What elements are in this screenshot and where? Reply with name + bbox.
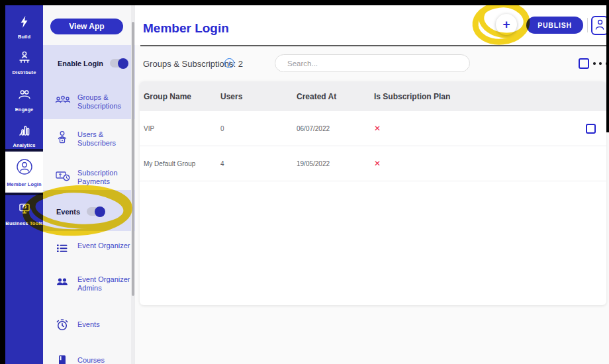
sidebar-item-label: Engage [15, 107, 34, 113]
engage-icon [17, 87, 32, 105]
lightning-icon [18, 15, 31, 32]
page-title: Member Login [143, 21, 229, 36]
cell-users: 0 [220, 125, 297, 132]
sidebar-item-courses[interactable]: Courses [55, 353, 132, 364]
enable-login-label: Enable Login [58, 60, 103, 68]
top-frame-strip [0, 0, 609, 5]
cell-group-name: My Default Group [144, 160, 220, 167]
sidebar-item-label: Member Login [7, 181, 41, 187]
user-lock-icon [55, 130, 71, 148]
business-tools-icon [17, 201, 32, 218]
sidebar-item-label: Courses [77, 353, 105, 364]
info-glyph: i [228, 60, 230, 67]
primary-sidebar: Build Distribute Engage [5, 5, 43, 364]
right-frame-strip [606, 0, 609, 132]
sidebar-item-business-tools[interactable]: Business Tools [5, 201, 43, 226]
payment-card-icon [55, 168, 71, 185]
sidebar-item-label: Subscription Payments [77, 168, 132, 186]
toggle-knob [95, 206, 105, 217]
events-toggle-row: Events [56, 207, 104, 216]
publish-label: PUBLISH [538, 21, 572, 29]
analytics-icon [17, 123, 32, 140]
info-icon[interactable]: i [224, 58, 234, 68]
sidebar-item-label: Groups & Subscriptions [77, 93, 132, 111]
sidebar-item-engage[interactable]: Engage [5, 87, 43, 113]
column-header: Created At [297, 92, 374, 101]
more-options-icon[interactable] [593, 62, 608, 66]
book-icon [55, 353, 71, 364]
sidebar-item-analytics[interactable]: Analytics [5, 123, 43, 148]
cell-users: 4 [220, 160, 297, 167]
sidebar-item-users-subscribers[interactable]: Users & Subscribers [55, 130, 132, 148]
row-checkbox[interactable] [586, 124, 596, 134]
table-header-row: Group Name Users Created At Is Subscript… [140, 81, 606, 111]
groups-icon [55, 93, 71, 110]
sidebar-item-label: Users & Subscribers [77, 130, 132, 148]
member-login-icon [15, 157, 34, 179]
header-divider [587, 18, 588, 32]
select-all-checkbox[interactable] [579, 58, 589, 69]
sidebar-scrollbar-thumb[interactable] [132, 22, 134, 296]
add-button[interactable]: + [496, 14, 517, 35]
sidebar-item-label: Event Organizer [77, 241, 130, 250]
view-app-label: View App [69, 22, 104, 31]
list-icon [55, 241, 71, 258]
people-icon [55, 275, 71, 292]
sidebar-item-label: Distribute [12, 69, 36, 75]
events-toggle[interactable] [87, 207, 104, 216]
cell-group-name: VIP [144, 125, 220, 132]
column-header: Is Subscription Plan [374, 92, 606, 101]
column-header: Users [220, 92, 297, 101]
sidebar-item-member-login[interactable]: Member Login [5, 149, 43, 195]
sidebar-item-label: Business Tools [5, 220, 42, 226]
x-mark-icon: ✕ [374, 159, 606, 168]
sidebar-item-subscription-payments[interactable]: Subscription Payments [55, 168, 132, 186]
plus-icon: + [502, 17, 510, 32]
toggle-knob [118, 58, 128, 69]
main-content: Member Login + PUBLISH Groups & Subscrip… [135, 5, 606, 364]
sidebar-item-events[interactable]: Events [55, 318, 132, 335]
enable-login-toggle[interactable] [110, 59, 127, 68]
cell-created-at: 19/05/2022 [297, 160, 374, 167]
cell-created-at: 06/07/2022 [297, 125, 374, 132]
content-divider [140, 45, 606, 46]
person-icon [594, 19, 605, 33]
sidebar-item-label: Analytics [13, 142, 35, 148]
sidebar-item-groups-subscriptions[interactable]: Groups & Subscriptions [55, 93, 132, 111]
sidebar-item-event-organizer-admins[interactable]: Event Organizer Admins [55, 275, 132, 293]
sidebar-item-label: Event Organizer Admins [77, 275, 132, 293]
sidebar-item-label: Build [18, 34, 30, 40]
view-app-button[interactable]: View App [50, 19, 123, 34]
alarm-clock-icon [55, 318, 71, 335]
left-frame-strip [0, 0, 5, 364]
table-row[interactable]: My Default Group 4 19/05/2022 ✕ [140, 146, 606, 181]
secondary-sidebar: View App Enable Login Groups & Subscript… [43, 5, 135, 364]
x-mark-icon: ✕ [374, 124, 606, 133]
table-row[interactable]: VIP 0 06/07/2022 ✕ [140, 111, 606, 146]
publish-button[interactable]: PUBLISH [526, 17, 583, 34]
events-toggle-label: Events [56, 208, 80, 216]
app-window: Build Distribute Engage [0, 0, 609, 364]
search-input[interactable] [275, 54, 470, 72]
distribute-icon [17, 50, 32, 68]
main-header: Member Login + PUBLISH [135, 5, 606, 45]
sidebar-item-label: Events [77, 318, 100, 329]
groups-table-card: Group Name Users Created At Is Subscript… [140, 81, 606, 305]
sidebar-item-build[interactable]: Build [5, 15, 43, 40]
enable-login-row: Enable Login [58, 59, 127, 68]
sidebar-item-distribute[interactable]: Distribute [5, 50, 43, 75]
sidebar-item-event-organizer[interactable]: Event Organizer [55, 241, 132, 258]
column-header: Group Name [144, 92, 220, 101]
